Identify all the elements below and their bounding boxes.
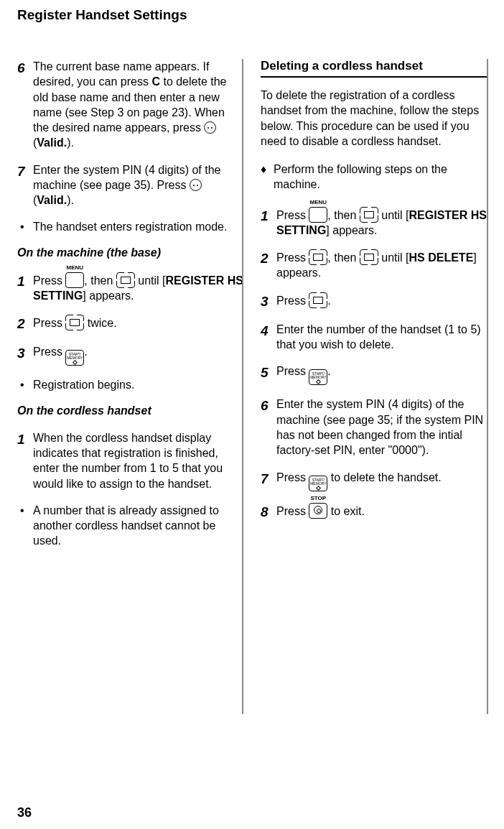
menu-key-icon: MENU <box>65 272 84 288</box>
machine-step-1: 1 Press MENU, then until [REGISTER HS SE… <box>17 272 243 304</box>
diamond-bullet: ♦ Perform the following steps on the mac… <box>261 162 487 193</box>
start-memory-key-icon: START/MEMORY <box>65 350 84 366</box>
step-body: Press MENU, then until [REGISTER HS SETT… <box>33 272 243 304</box>
step-body: Press START/MEMORY. <box>276 363 487 385</box>
step-body: Press STOP to exit. <box>276 503 487 521</box>
ok-icon <box>190 179 202 191</box>
ok-icon <box>204 121 216 134</box>
column-divider <box>487 59 488 714</box>
step-body: Press . <box>276 292 487 310</box>
text: to delete the handset. <box>327 471 441 483</box>
delete-step-5: 5 Press START/MEMORY. <box>261 363 487 385</box>
text: Press <box>276 505 309 517</box>
bullet-item: • Registration begins. <box>20 377 243 392</box>
handset-step-1: 1 When the cordless handset display indi… <box>17 430 243 491</box>
step-body: Enter the system PIN (4 digits) of the m… <box>33 162 243 208</box>
bullet-dot: • <box>20 503 33 549</box>
step-number: 3 <box>17 344 33 366</box>
step-number: 3 <box>261 292 276 310</box>
bullet-dot: • <box>20 377 33 392</box>
text: Press <box>33 346 65 358</box>
key-c: C <box>151 75 160 88</box>
step-number: 5 <box>261 363 276 385</box>
step-number: 2 <box>17 315 33 333</box>
nav-key-icon <box>65 315 84 330</box>
intro-text: To delete the registration of a cordless… <box>261 88 487 149</box>
diamond-icon: ♦ <box>261 162 274 193</box>
delete-step-1: 1 Press MENU, then until [REGISTER HS SE… <box>261 207 487 238</box>
text: , then <box>327 209 359 221</box>
text: ] appears. <box>83 290 134 302</box>
step-body: Enter the number of the handset (1 to 5)… <box>276 322 487 353</box>
text: . <box>327 365 330 377</box>
page-title: Register Handset Settings <box>17 7 487 23</box>
step-body: Press MENU, then until [REGISTER HS SETT… <box>276 207 487 238</box>
delete-step-7: 7 Press START/MEMORY to delete the hands… <box>261 470 487 491</box>
valid-label: Valid. <box>37 194 67 206</box>
text: , then <box>327 251 359 264</box>
step-6: 6 The current base name appears. If desi… <box>17 59 243 151</box>
delete-step-3: 3 Press . <box>261 292 487 310</box>
step-number: 6 <box>261 397 276 458</box>
text: , then <box>84 274 116 287</box>
step-number: 7 <box>261 470 276 491</box>
text: ). <box>67 136 74 149</box>
bullet-item: • A number that is already assigned to a… <box>20 503 243 549</box>
step-number: 2 <box>261 249 276 281</box>
step-number: 6 <box>17 59 33 151</box>
nav-key-icon <box>116 272 135 288</box>
bullet-dot: • <box>20 219 33 234</box>
start-memory-key-icon: START/MEMORY <box>309 369 327 385</box>
step-body: The current base name appears. If desire… <box>33 59 243 151</box>
text: ] appears. <box>326 224 377 236</box>
step-number: 4 <box>261 322 276 353</box>
step-7: 7 Enter the system PIN (4 digits) of the… <box>17 162 243 208</box>
delete-step-8: 8 Press STOP to exit. <box>261 503 487 521</box>
subheading-machine: On the machine (the base) <box>17 246 243 259</box>
text: until [ <box>378 209 409 221</box>
text: Press <box>276 209 309 221</box>
stop-label: STOP <box>309 495 327 503</box>
delete-step-4: 4 Enter the number of the handset (1 to … <box>261 322 487 353</box>
nav-key-icon <box>360 207 378 223</box>
text: to exit. <box>327 505 365 517</box>
text: Press <box>276 365 309 377</box>
step-body: Press START/MEMORY to delete the handset… <box>276 470 487 491</box>
left-column: 6 The current base name appears. If desi… <box>17 59 243 763</box>
step-number: 8 <box>261 503 276 521</box>
deleting-heading: Deleting a cordless handset <box>261 59 487 78</box>
text: ). <box>67 194 74 206</box>
step-body: Press START/MEMORY. <box>33 344 243 366</box>
bullet-item: • The handset enters registration mode. <box>20 219 243 234</box>
step-body: When the cordless handset display indica… <box>33 430 243 491</box>
bullet-text: A number that is already assigned to ano… <box>33 503 243 549</box>
start-memory-key-icon: START/MEMORY <box>309 476 327 491</box>
step-body: Press twice. <box>33 315 243 333</box>
delete-step-6: 6 Enter the system PIN (4 digits) of the… <box>261 397 487 458</box>
page-number: 36 <box>17 805 32 820</box>
diamond-text: Perform the following steps on the machi… <box>274 162 487 193</box>
stop-key-icon: STOP <box>309 503 327 519</box>
text: . <box>327 295 330 307</box>
machine-step-3: 3 Press START/MEMORY. <box>17 344 243 366</box>
nav-key-icon <box>309 292 327 308</box>
menu-label: MENU <box>309 199 327 207</box>
subheading-handset: On the cordless handset <box>17 404 243 417</box>
bullet-text: The handset enters registration mode. <box>33 219 227 234</box>
nav-key-icon <box>309 249 327 265</box>
step-body: Press , then until [HS DELETE] appears. <box>276 249 487 281</box>
delete-step-2: 2 Press , then until [HS DELETE] appears… <box>261 249 487 281</box>
step-number: 1 <box>17 430 33 491</box>
step-body: Enter the system PIN (4 digits) of the m… <box>276 397 487 458</box>
text: twice. <box>84 317 116 329</box>
hs-delete: HS DELETE <box>409 251 474 264</box>
text: Press <box>276 471 309 483</box>
text: until [ <box>135 274 166 287</box>
right-column: Deleting a cordless handset To delete th… <box>261 59 487 763</box>
bullet-text: Registration begins. <box>33 377 134 392</box>
menu-label: MENU <box>66 264 83 272</box>
text: until [ <box>378 251 409 264</box>
two-column-layout: 6 The current base name appears. If desi… <box>17 59 487 763</box>
column-divider <box>242 59 243 714</box>
step-number: 7 <box>17 162 33 208</box>
